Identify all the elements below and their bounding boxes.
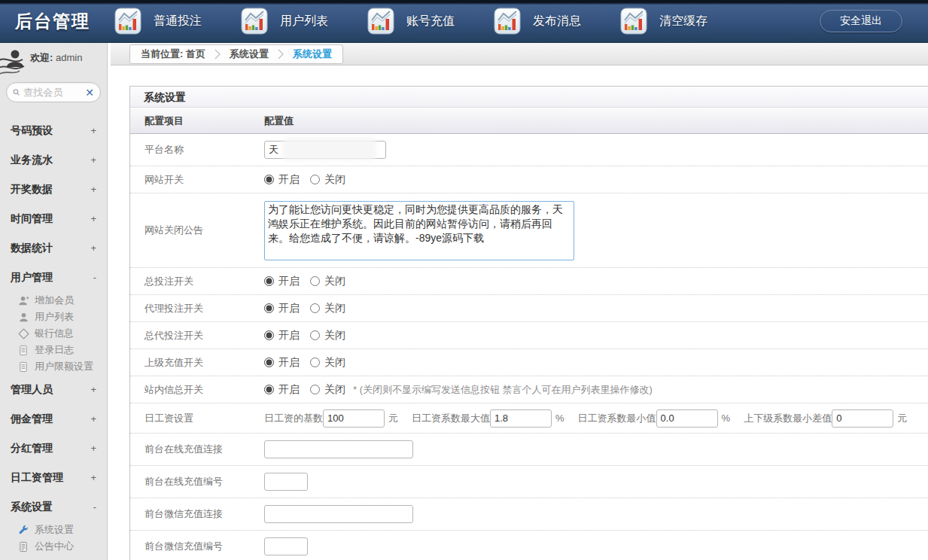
sidebar-item-add-member[interactable]: 增加会员 <box>0 292 107 309</box>
expand-icon: + <box>90 443 96 454</box>
site-message-on-radio[interactable] <box>264 385 274 394</box>
sidebar-section-system-settings[interactable]: 系统设置 - <box>0 492 107 522</box>
total-bet-on-radio[interactable] <box>264 276 274 286</box>
sidebar-section-data-statistics[interactable]: 数据统计 + <box>0 233 107 263</box>
column-config-value: 配置值 <box>264 114 294 128</box>
welcome-label: 欢迎: <box>30 52 53 63</box>
radio-off-label: 关闭 <box>324 173 345 187</box>
nav-item-label: 发布消息 <box>533 14 581 29</box>
total-bet-off-radio[interactable] <box>310 276 320 286</box>
nav-item-user-list[interactable]: 用户列表 <box>241 8 328 35</box>
platform-name-input[interactable] <box>264 141 386 159</box>
sidebar-section-dividend[interactable]: 分红管理 + <box>0 434 107 463</box>
row-close-notice: 网站关闭公告 为了能让您访问更快更稳定，同时为您提供更高品质的服务，天鸿娱乐正在… <box>130 193 928 268</box>
chart-bar-icon <box>620 8 647 35</box>
nav-item-normal-bet[interactable]: 普通投注 <box>114 8 202 35</box>
member-search-box[interactable]: ✕ <box>6 82 101 102</box>
nav-item-publish-message[interactable]: 发布消息 <box>494 8 581 35</box>
general-agent-bet-on-radio[interactable] <box>264 330 274 340</box>
sidebar-item-user-limit-settings[interactable]: 用户限额设置 <box>0 358 107 375</box>
expand-icon: + <box>90 472 96 483</box>
site-switch-on-radio[interactable] <box>264 175 274 184</box>
clear-search-icon[interactable]: ✕ <box>85 87 94 98</box>
wechat-recharge-link-input[interactable] <box>264 505 413 523</box>
radio-on-label: 开启 <box>278 356 300 370</box>
nav-item-label: 清空缓存 <box>659 14 707 29</box>
expand-icon: + <box>90 242 96 254</box>
expand-icon: + <box>90 184 96 195</box>
sidebar-section-administrators[interactable]: 管理人员 + <box>0 375 107 404</box>
welcome-text: 欢迎: admin <box>30 51 82 65</box>
radio-off-label: 关闭 <box>324 356 345 370</box>
online-recharge-link-input[interactable] <box>264 440 413 458</box>
radio-on-label: 开启 <box>278 275 300 288</box>
breadcrumb-home[interactable]: 当前位置: 首页 <box>141 47 205 61</box>
radio-off-label: 关闭 <box>324 302 345 315</box>
top-header-bar: 后台管理 普通投注 用户列表 <box>0 0 928 43</box>
row-online-recharge-number: 前台在线充值编号 <box>130 466 928 498</box>
sidebar-section-daily-wage[interactable]: 日工资管理 + <box>0 463 107 492</box>
wage-base-input[interactable] <box>323 409 385 428</box>
breadcrumb-system-settings[interactable]: 系统设置 <box>230 47 269 61</box>
chart-bar-icon <box>367 8 394 35</box>
sidebar-section-user-management[interactable]: 用户管理 - <box>0 263 107 292</box>
wage-max-coef-group: 日工资系数最大值 % <box>412 409 564 428</box>
expand-icon: + <box>90 154 96 166</box>
expand-icon: + <box>90 213 96 224</box>
wage-min-diff-group: 上下级系数最小差值 元 <box>744 409 907 428</box>
welcome-username: admin <box>56 52 82 63</box>
welcome-area: 欢迎: admin <box>0 43 107 73</box>
sidebar-menu: 号码预设 + 业务流水 + 开奖数据 + 时间管理 + 数据统计 + 用户管理 … <box>0 116 107 555</box>
expand-icon: + <box>90 384 96 395</box>
wechat-recharge-number-input[interactable] <box>264 537 308 555</box>
wage-min-coef-input[interactable] <box>656 409 718 428</box>
limit-doc-icon <box>18 361 29 373</box>
sidebar-item-announcement-center[interactable]: 公告中心 <box>0 538 107 555</box>
sidebar-item-user-list[interactable]: 用户列表 <box>0 309 107 325</box>
close-notice-textarea[interactable]: 为了能让您访问更快更稳定，同时为您提供更高品质的服务，天鸿娱乐正在维护系统。因此… <box>264 201 574 260</box>
column-config-item: 配置项目 <box>130 114 264 128</box>
row-upper-recharge-switch: 上级充值开关 开启 关闭 <box>130 349 928 376</box>
announcement-doc-icon <box>18 541 29 552</box>
general-agent-bet-off-radio[interactable] <box>310 330 320 340</box>
agent-bet-off-radio[interactable] <box>310 303 320 313</box>
system-settings-panel: 系统设置 配置项目 配置值 平台名称 网站开关 <box>129 86 928 560</box>
agent-bet-on-radio[interactable] <box>264 303 274 313</box>
radio-off-label: 关闭 <box>324 383 345 397</box>
user-icon <box>18 312 29 323</box>
search-icon <box>13 87 20 97</box>
sidebar-item-bank-info[interactable]: 银行信息 <box>0 325 107 342</box>
sidebar-section-commission[interactable]: 佣金管理 + <box>0 404 107 434</box>
chart-bar-icon <box>114 8 141 35</box>
row-platform-name: 平台名称 <box>130 134 928 166</box>
wage-min-diff-input[interactable] <box>832 409 893 428</box>
online-recharge-number-input[interactable] <box>264 473 308 491</box>
sidebar-section-lottery-data[interactable]: 开奖数据 + <box>0 175 107 204</box>
row-daily-wage-settings: 日工资设置 日工资的基数 元 日工资系数最大值 % 日工资系数最小值 <box>130 403 928 434</box>
sidebar-section-number-preset[interactable]: 号码预设 + <box>0 116 107 145</box>
row-agent-bet-switch: 代理投注开关 开启 关闭 <box>130 295 928 322</box>
chart-bar-icon <box>494 8 521 35</box>
log-doc-icon <box>18 345 29 356</box>
nav-item-clear-cache[interactable]: 清空缓存 <box>620 8 707 35</box>
expand-icon: + <box>90 413 96 425</box>
collapse-icon: - <box>93 272 96 283</box>
safe-logout-button[interactable]: 安全退出 <box>820 10 902 32</box>
upper-recharge-on-radio[interactable] <box>264 358 274 367</box>
search-input[interactable] <box>23 87 85 98</box>
wage-max-coef-input[interactable] <box>490 409 552 428</box>
sidebar-item-system-settings[interactable]: 系统设置 <box>0 522 107 538</box>
sidebar-section-business-flow[interactable]: 业务流水 + <box>0 145 107 175</box>
upper-recharge-off-radio[interactable] <box>310 358 320 367</box>
site-message-off-radio[interactable] <box>310 385 320 394</box>
wrench-icon <box>18 525 29 536</box>
user-avatar-icon <box>5 48 26 68</box>
sidebar-item-login-log[interactable]: 登录日志 <box>0 342 107 358</box>
nav-item-account-recharge[interactable]: 账号充值 <box>367 8 455 35</box>
row-wechat-recharge-number: 前台微信充值编号 <box>130 531 928 560</box>
breadcrumb-bar: 当前位置: 首页 系统设置 系统设置 <box>111 43 928 65</box>
row-general-agent-bet-switch: 总代投注开关 开启 关闭 <box>130 322 928 349</box>
nav-item-label: 账号充值 <box>406 14 455 29</box>
sidebar-section-time-management[interactable]: 时间管理 + <box>0 204 107 233</box>
site-switch-off-radio[interactable] <box>310 175 320 184</box>
